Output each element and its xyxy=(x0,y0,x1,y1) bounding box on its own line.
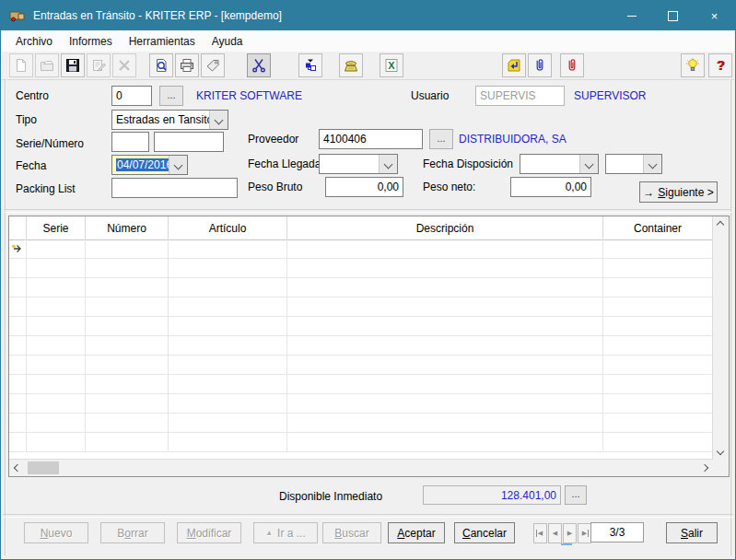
serie-input[interactable] xyxy=(111,132,149,152)
grid-cell[interactable] xyxy=(169,239,287,259)
grid-cell[interactable] xyxy=(603,239,713,259)
table-row[interactable] xyxy=(9,375,713,394)
grid-cell[interactable] xyxy=(603,259,713,278)
chevron-down-icon[interactable] xyxy=(169,156,187,174)
grid-cell[interactable] xyxy=(86,375,169,394)
grid-cell[interactable] xyxy=(169,317,287,336)
tag-button[interactable] xyxy=(201,53,225,77)
grid-cell[interactable] xyxy=(287,375,603,394)
scroll-left-icon[interactable] xyxy=(9,461,23,474)
grid-cell[interactable] xyxy=(86,336,169,356)
scroll-down-icon[interactable] xyxy=(713,446,727,460)
attach-red-button[interactable] xyxy=(560,53,584,77)
table-row[interactable] xyxy=(9,394,713,414)
grid-cell[interactable] xyxy=(603,414,713,433)
table-row[interactable] xyxy=(9,414,713,433)
next-record-button[interactable]: ▶ xyxy=(563,523,577,543)
menu-item-ayuda[interactable]: Ayuda xyxy=(204,32,251,51)
chevron-down-icon[interactable] xyxy=(579,155,598,173)
grid-cell[interactable] xyxy=(169,375,287,394)
grid-cell[interactable] xyxy=(287,317,603,336)
packing-list-input[interactable] xyxy=(111,178,238,198)
grid-cell[interactable] xyxy=(27,375,86,394)
menu-item-herramientas[interactable]: Herramientas xyxy=(121,32,204,51)
attach-blue-button[interactable] xyxy=(528,53,552,77)
grid-cell[interactable] xyxy=(27,317,86,336)
grid-cell[interactable] xyxy=(169,414,287,433)
grid-cell[interactable] xyxy=(27,394,86,414)
grid-cell[interactable] xyxy=(27,336,86,356)
proveedor-browse-button[interactable]: ... xyxy=(429,129,453,149)
grid-cell[interactable] xyxy=(603,298,713,317)
grid-cell[interactable] xyxy=(169,433,287,452)
prior-record-button[interactable]: ◀ xyxy=(548,523,562,543)
chevron-down-icon[interactable] xyxy=(209,111,228,129)
centro-input[interactable]: 0 xyxy=(111,86,152,106)
maximize-button[interactable] xyxy=(652,1,694,30)
grid-cell[interactable] xyxy=(27,259,86,278)
table-row[interactable] xyxy=(9,356,713,375)
horizontal-scrollbar[interactable] xyxy=(9,459,713,476)
grid-cell[interactable] xyxy=(86,259,169,278)
grid-cell[interactable] xyxy=(27,356,86,375)
title-bar[interactable]: Entradas en Tránsito - KRITER ERP - [kem… xyxy=(1,1,735,30)
grid-cell[interactable] xyxy=(86,356,169,375)
cut-button[interactable] xyxy=(247,53,271,77)
grid-cell[interactable] xyxy=(27,433,86,452)
scroll-right-icon[interactable] xyxy=(699,461,713,474)
grid-cell[interactable] xyxy=(86,317,169,336)
grid-cell[interactable] xyxy=(169,298,287,317)
minimize-button[interactable] xyxy=(611,1,652,30)
table-row[interactable] xyxy=(9,317,713,336)
help-button[interactable]: ?? xyxy=(708,53,732,77)
grid-cell[interactable] xyxy=(169,394,287,414)
grid-cell[interactable] xyxy=(27,298,86,317)
close-button[interactable]: × xyxy=(694,1,735,30)
goto-button[interactable] xyxy=(502,53,526,77)
fecha-disposicion-datepicker[interactable] xyxy=(520,154,599,174)
grid-cell[interactable] xyxy=(86,278,169,298)
chevron-down-icon[interactable] xyxy=(643,155,661,173)
disponible-browse-button[interactable]: ... xyxy=(565,485,587,505)
siguiente-button[interactable]: Siguiente > xyxy=(639,181,718,203)
fecha-disposicion-hora-select[interactable] xyxy=(605,154,662,174)
hint-button[interactable] xyxy=(681,53,705,77)
aceptar-button[interactable]: Aceptar xyxy=(388,522,445,543)
last-record-button[interactable]: ▶ xyxy=(578,523,591,543)
grid-cell[interactable] xyxy=(27,239,86,259)
grid-cell[interactable] xyxy=(169,336,287,356)
grid-cell[interactable] xyxy=(287,394,603,414)
grid-cell[interactable] xyxy=(27,278,86,298)
table-row[interactable] xyxy=(9,259,713,278)
scrollbar-thumb[interactable] xyxy=(28,461,59,474)
grid-cell[interactable] xyxy=(287,239,603,259)
print-preview-button[interactable] xyxy=(149,53,173,77)
first-record-button[interactable]: ◀ xyxy=(533,523,547,543)
grid-cell[interactable] xyxy=(603,278,713,298)
numero-input[interactable] xyxy=(154,132,224,152)
table-row[interactable] xyxy=(9,433,713,452)
menu-item-archivo[interactable]: Archivo xyxy=(7,32,61,51)
detail-grid[interactable]: SerieNúmeroArtículoDescripciónContainer xyxy=(8,216,730,477)
salir-button[interactable]: Salir xyxy=(666,522,718,543)
grid-cell[interactable] xyxy=(86,414,169,433)
menu-item-informes[interactable]: Informes xyxy=(61,32,121,51)
centro-browse-button[interactable]: ... xyxy=(159,86,183,106)
grid-cell[interactable] xyxy=(27,414,86,433)
fecha-datepicker[interactable]: 04/07/2016 xyxy=(111,155,188,175)
peso-neto-input[interactable]: 0,00 xyxy=(510,177,591,197)
peso-bruto-input[interactable]: 0,00 xyxy=(325,177,403,197)
grid-cell[interactable] xyxy=(169,356,287,375)
grid-cell[interactable] xyxy=(287,433,603,452)
table-row[interactable] xyxy=(9,336,713,356)
table-row[interactable] xyxy=(9,298,713,317)
fecha-llegada-datepicker[interactable] xyxy=(319,154,398,174)
save-button[interactable] xyxy=(61,53,85,77)
proveedor-input[interactable]: 4100406 xyxy=(319,129,423,149)
chevron-down-icon[interactable] xyxy=(379,155,397,173)
grid-cell[interactable] xyxy=(169,278,287,298)
tipo-select[interactable]: Estradas en Tansito xyxy=(111,110,228,130)
grid-cell[interactable] xyxy=(287,259,603,278)
grid-cell[interactable] xyxy=(86,433,169,452)
grid-cell[interactable] xyxy=(603,356,713,375)
